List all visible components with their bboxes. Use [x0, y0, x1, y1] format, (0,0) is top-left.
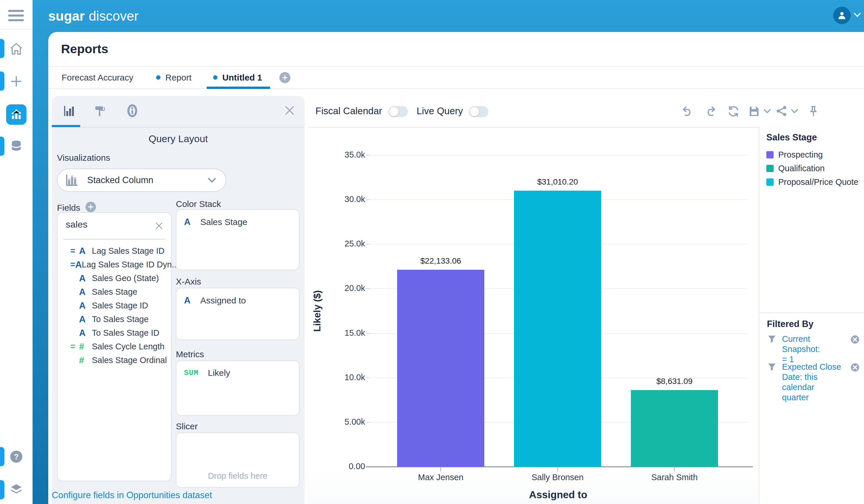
field-type-icon: A: [184, 217, 200, 227]
add-field-icon[interactable]: [85, 202, 96, 212]
filter-funnel-icon: [767, 362, 777, 372]
reports-icon[interactable]: [6, 104, 26, 125]
legend-panel: Sales Stage Prospecting Qualification Pr…: [759, 127, 864, 504]
bar-sally-bronsen[interactable]: [514, 191, 601, 467]
visualization-select[interactable]: Stacked Column: [57, 169, 226, 192]
y-tick-label: 5.00k: [345, 417, 365, 427]
slicer-label: Slicer: [176, 421, 198, 431]
x-axis-dropzone[interactable]: A Assigned to: [176, 288, 299, 340]
field-list-item[interactable]: = # Sales Cycle Length: [58, 340, 171, 353]
legend-swatch: [766, 151, 773, 158]
pin-icon[interactable]: [807, 105, 820, 119]
filter-link[interactable]: Current Snapshot: = 1: [782, 334, 847, 364]
derived-field-icon: =: [70, 246, 79, 256]
live-query-toggle[interactable]: [469, 106, 488, 117]
field-list-item[interactable]: = A Lag Sales Stage ID Dyn...: [58, 258, 171, 272]
field-list-item[interactable]: A Sales Geo (State): [58, 272, 171, 285]
panel-title: Query Layout: [52, 133, 305, 144]
field-list-item[interactable]: A To Sales Stage ID: [58, 326, 171, 340]
chart-settings-tab-icon[interactable]: [62, 104, 77, 120]
save-caret-icon[interactable]: [763, 108, 771, 116]
bar-max-jensen[interactable]: [397, 270, 484, 467]
save-icon[interactable]: [747, 105, 761, 119]
tab-untitled-1[interactable]: Untitled 1: [213, 67, 262, 88]
sum-aggregation-badge: SUM: [184, 369, 208, 377]
legend-label: Qualification: [778, 164, 825, 173]
filter-link[interactable]: Expected Close Date: this calendar quart…: [782, 362, 847, 403]
user-avatar[interactable]: [833, 7, 851, 24]
y-axis-ticks: 0.005.00k10.0k15.0k20.0k25.0k30.0k35.0k: [308, 155, 365, 467]
hamburger-icon[interactable]: [8, 10, 24, 22]
bar-value-label: $31,010.20: [508, 177, 607, 187]
panel-tabs: [52, 96, 305, 127]
remove-filter-icon[interactable]: [850, 362, 860, 372]
field-label: Sales Stage Ordinal: [92, 356, 167, 365]
help-icon[interactable]: ?: [0, 449, 33, 464]
tab-dot: [156, 75, 160, 80]
close-panel-icon[interactable]: [283, 104, 296, 118]
y-tick-label: 10.0k: [345, 373, 365, 382]
field-type-icon: A: [79, 314, 92, 325]
info-tab-icon[interactable]: [125, 104, 140, 119]
y-tick-label: 30.0k: [345, 194, 365, 204]
fiscal-calendar-toggle[interactable]: [388, 106, 408, 117]
format-paint-tab-icon[interactable]: [93, 104, 107, 119]
field-list-item[interactable]: A To Sales Stage: [58, 312, 171, 326]
filtered-by-title: Filtered By: [767, 319, 813, 329]
metrics-label: Metrics: [176, 349, 204, 359]
home-icon[interactable]: [0, 42, 33, 56]
field-list-item[interactable]: # Sales Stage Ordinal: [58, 353, 171, 367]
chart-plot-area: $22,133.06$31,010.20$8,631.09: [369, 155, 747, 467]
page-title: Reports: [61, 32, 108, 66]
color-stack-dropzone[interactable]: A Sales Stage: [176, 209, 299, 270]
drop-fields-hint: Drop fields here: [177, 471, 299, 481]
field-type-icon: A: [79, 328, 92, 338]
fields-label: Fields: [57, 203, 80, 213]
field-list-item[interactable]: = A Lag Sales Stage ID: [58, 244, 171, 258]
field-label: Lag Sales Stage ID Dyn...: [82, 260, 179, 269]
tab-forecast-accuracy[interactable]: Forecast Accuracy: [62, 67, 133, 88]
field-label: Sales Stage ID: [92, 301, 148, 310]
x-axis-label: X-Axis: [176, 277, 201, 287]
legend-item[interactable]: Prospecting: [766, 148, 859, 161]
color-stack-label: Color Stack: [176, 199, 221, 209]
share-icon[interactable]: [775, 105, 788, 119]
field-list-item[interactable]: A Sales Stage ID: [58, 299, 171, 312]
filter-item: Expected Close Date: this calendar quart…: [767, 362, 860, 403]
database-icon[interactable]: [0, 140, 33, 153]
active-tab-underline: [207, 87, 271, 89]
bar-sarah-smith[interactable]: [631, 390, 718, 467]
undo-icon[interactable]: [681, 105, 694, 119]
field-label: To Sales Stage: [92, 314, 148, 324]
field-label: Sales Geo (State): [92, 274, 159, 283]
refresh-icon[interactable]: [727, 105, 740, 119]
avatar-caret-icon[interactable]: [853, 12, 862, 19]
share-caret-icon[interactable]: [790, 108, 799, 116]
legend-item[interactable]: Qualification: [766, 161, 859, 175]
x-tick: [557, 467, 558, 471]
remove-filter-icon[interactable]: [850, 335, 860, 345]
field-list-item[interactable]: A Sales Stage: [58, 285, 171, 299]
field-type-icon: A: [79, 287, 92, 297]
slicer-dropzone[interactable]: Drop fields here: [176, 432, 299, 488]
configure-fields-link[interactable]: Configure fields in Opportunities datase…: [52, 490, 212, 501]
add-tab-button[interactable]: [279, 72, 290, 83]
fields-search-input[interactable]: [66, 219, 150, 230]
x-category-label: Max Jensen: [391, 472, 490, 482]
x-axis-field: Assigned to: [200, 296, 246, 305]
derived-field-icon: =: [70, 260, 75, 269]
layers-icon[interactable]: [0, 482, 33, 496]
clear-search-icon[interactable]: [154, 221, 164, 232]
reports-card: Reports Forecast Accuracy Report Untitle…: [48, 32, 864, 504]
y-tick-label: 35.0k: [345, 150, 365, 159]
plus-icon[interactable]: [0, 74, 33, 88]
x-axis-title: Assigned to: [369, 489, 747, 501]
legend-item[interactable]: Proposal/Price Quote: [766, 175, 859, 189]
metrics-dropzone[interactable]: SUM Likely: [176, 360, 299, 416]
tab-report[interactable]: Report: [156, 67, 192, 88]
redo-icon[interactable]: [704, 105, 717, 119]
fiscal-calendar-label: Fiscal Calendar: [315, 106, 382, 117]
app-logo: sugar discover: [48, 0, 139, 32]
legend-label: Prospecting: [778, 150, 823, 159]
filter-funnel-icon: [767, 334, 777, 344]
